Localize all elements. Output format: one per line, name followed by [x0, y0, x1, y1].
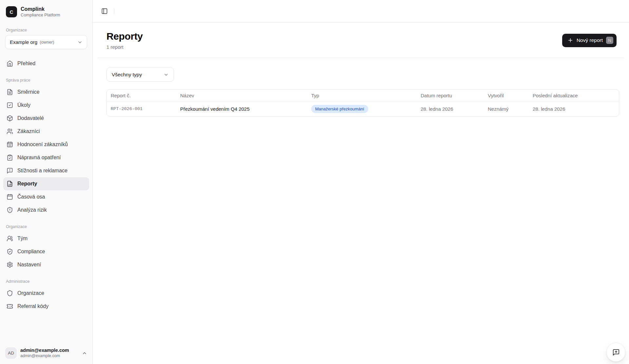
calendar-icon — [7, 194, 13, 200]
brand-name: Complink — [21, 6, 60, 12]
report-number: RPT-2026-001 — [107, 102, 176, 116]
calendar-days-icon — [7, 141, 13, 148]
table-header-row: Report č. Název Typ Datum reportu Vytvoř… — [107, 89, 619, 102]
sidebar-item-analyza-rizik[interactable]: Analýza rizik — [3, 203, 89, 217]
last-updated: 28. ledna 2026 — [529, 102, 619, 116]
created-by: Neznámý — [484, 102, 529, 116]
page-header: Reporty 1 report Nový report N — [93, 23, 629, 58]
nav-group-label: Organizace — [6, 224, 86, 229]
avatar: AD — [5, 347, 17, 359]
col-created-by: Vytvořil — [484, 89, 529, 102]
sidebar: C Complink Compliance Platform Organizac… — [0, 0, 93, 364]
sidebar-nav: Přehled Správa práce Směrnice Úkoly Doda… — [3, 57, 89, 313]
sidebar-toggle-button[interactable] — [100, 7, 109, 16]
sidebar-item-label: Compliance — [17, 249, 45, 255]
sidebar-item-label: Tým — [17, 236, 28, 241]
main-area: Reporty 1 report Nový report N Všechny t… — [93, 0, 629, 364]
report-date: 28. ledna 2026 — [417, 102, 484, 116]
chevron-up-icon — [82, 351, 87, 356]
sidebar-item-label: Nápravná opatření — [17, 155, 61, 161]
report-name: Přezkoumání vedením Q4 2025 — [176, 102, 307, 116]
new-report-label: Nový report — [577, 37, 603, 43]
feedback-chat-button[interactable] — [606, 343, 625, 362]
type-filter-select[interactable]: Všechny typy — [106, 67, 174, 82]
sidebar-item-label: Dodavatelé — [17, 115, 44, 121]
sidebar-item-label: Analýza rizik — [17, 207, 47, 213]
message-square-warning-icon — [7, 167, 13, 174]
content: Všechny typy Report č. Název Typ Datum r… — [93, 58, 629, 117]
square-check-icon — [7, 102, 13, 108]
org-role: (owner) — [40, 40, 54, 45]
house-icon — [7, 60, 13, 67]
file-text-icon — [7, 89, 13, 95]
col-report-number: Report č. — [107, 89, 176, 102]
type-badge: Manažerské přezkoumání — [311, 105, 368, 113]
org-name: Example org — [10, 39, 37, 45]
brand-tagline: Compliance Platform — [21, 12, 60, 18]
sidebar-item-label: Přehled — [17, 61, 35, 67]
sidebar-item-referral-kody[interactable]: Referral kódy — [3, 300, 89, 313]
package-icon — [7, 115, 13, 122]
shortcut-key-badge: N — [606, 37, 613, 44]
user-email: admin@example.com — [20, 353, 69, 358]
sidebar-item-compliance[interactable]: Compliance — [3, 245, 89, 258]
sidebar-item-reporty[interactable]: Reporty — [3, 177, 89, 190]
user-menu[interactable]: AD admin@example.com admin@example.com — [3, 346, 89, 359]
topbar — [93, 0, 629, 23]
sidebar-item-label: Hodnocení zákazníků — [17, 142, 68, 147]
topbar-divider — [114, 9, 114, 14]
reports-table: Report č. Název Typ Datum reportu Vytvoř… — [106, 89, 619, 117]
brand: C Complink Compliance Platform — [3, 5, 89, 19]
sidebar-item-tym[interactable]: Tým — [3, 232, 89, 245]
sidebar-item-napravna-opatreni[interactable]: Nápravná opatření — [3, 151, 89, 164]
sidebar-item-label: Zákazníci — [17, 128, 40, 134]
sidebar-item-organizace-admin[interactable]: Organizace — [3, 287, 89, 300]
sidebar-item-zakaznici[interactable]: Zákazníci — [3, 125, 89, 138]
sidebar-item-label: Časová osa — [17, 194, 45, 200]
new-report-button[interactable]: Nový report N — [562, 34, 617, 47]
nav-group-label: Správa práce — [6, 78, 86, 83]
ticket-icon — [7, 303, 13, 310]
org-switcher[interactable]: Example org (owner) — [5, 35, 87, 49]
col-type: Typ — [307, 89, 417, 102]
sidebar-item-smernice[interactable]: Směrnice — [3, 86, 89, 99]
sidebar-item-prehled[interactable]: Přehled — [3, 57, 89, 70]
file-chart-icon — [7, 181, 13, 187]
report-count: 1 report — [106, 44, 143, 50]
user-name: admin@example.com — [20, 347, 69, 353]
settings-icon — [7, 261, 13, 268]
shield-alert-icon — [7, 207, 13, 213]
sidebar-item-label: Úkoly — [17, 102, 30, 108]
users-round-icon — [7, 235, 13, 242]
sidebar-item-label: Referral kódy — [17, 303, 48, 309]
sidebar-item-hodnoceni-zakazniku[interactable]: Hodnocení zákazníků — [3, 138, 89, 151]
sidebar-item-label: Reporty — [17, 181, 37, 187]
users-icon — [7, 128, 13, 135]
sidebar-item-casova-osa[interactable]: Časová osa — [3, 190, 89, 203]
table-row[interactable]: RPT-2026-001 Přezkoumání vedením Q4 2025… — [107, 102, 619, 116]
sidebar-item-stiznosti[interactable]: Stížnosti a reklamace — [3, 164, 89, 177]
col-report-date: Datum reportu — [417, 89, 484, 102]
message-square-plus-icon — [612, 349, 620, 356]
sidebar-item-nastaveni[interactable]: Nastavení — [3, 258, 89, 271]
page-title: Reporty — [106, 31, 143, 42]
shield-check-icon — [7, 248, 13, 255]
col-last-updated: Poslední aktualizace — [529, 89, 619, 102]
panel-left-icon — [101, 8, 108, 14]
brand-logo: C — [6, 6, 17, 17]
clipboard-check-icon — [7, 154, 13, 161]
col-name: Název — [176, 89, 307, 102]
sidebar-item-dodavatele[interactable]: Dodavatelé — [3, 112, 89, 125]
sidebar-item-ukoly[interactable]: Úkoly — [3, 99, 89, 112]
sidebar-item-label: Stížnosti a reklamace — [17, 168, 67, 174]
type-filter-value: Všechny typy — [112, 72, 142, 78]
chevron-down-icon — [77, 40, 83, 45]
plus-icon — [567, 37, 573, 43]
sidebar-item-label: Organizace — [17, 290, 44, 296]
sidebar-item-label: Nastavení — [17, 262, 41, 268]
chevron-down-icon — [163, 72, 169, 77]
sidebar-item-label: Směrnice — [17, 89, 40, 95]
nav-group-label: Administrace — [6, 279, 86, 284]
shield-icon — [7, 290, 13, 297]
org-section-label: Organizace — [6, 28, 86, 32]
